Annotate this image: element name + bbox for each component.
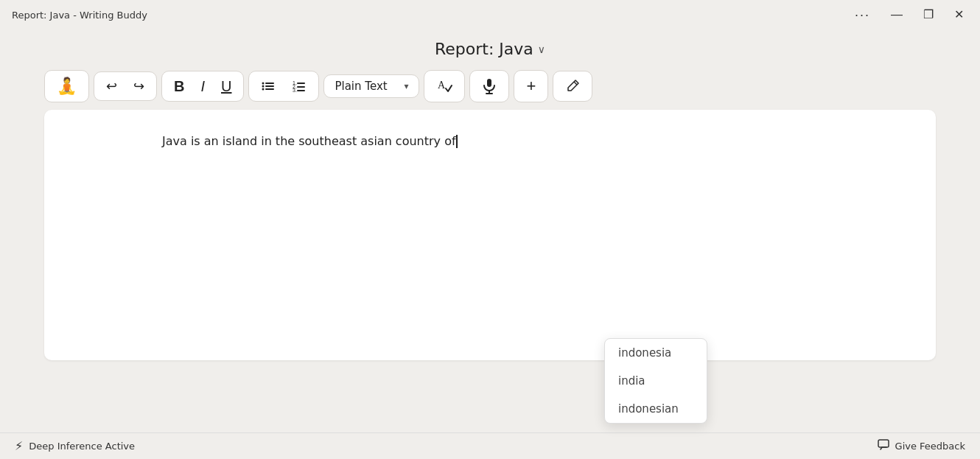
list-group: 1. 2. 3.: [248, 71, 319, 102]
doc-title-chevron-icon: ∨: [538, 43, 545, 55]
lightning-icon: ⚡: [15, 439, 23, 453]
spell-check-button[interactable]: A: [429, 74, 460, 99]
text-format-group: B I U: [161, 71, 244, 102]
pen-button[interactable]: [558, 74, 587, 98]
give-feedback-button[interactable]: Give Feedback: [878, 439, 965, 454]
svg-rect-1: [265, 83, 274, 84]
svg-text:3.: 3.: [293, 88, 297, 93]
svg-line-16: [574, 82, 577, 85]
format-select-label: Plain Text: [335, 80, 387, 93]
text-cursor: [456, 135, 458, 148]
underline-button[interactable]: U: [214, 74, 239, 98]
feedback-icon: [878, 439, 889, 454]
microphone-button[interactable]: [475, 74, 504, 99]
spell-check-group: A: [424, 70, 465, 102]
numbered-list-button[interactable]: 1. 2. 3.: [284, 74, 314, 98]
deep-inference-label: Deep Inference Active: [29, 441, 135, 452]
svg-rect-17: [878, 440, 889, 447]
format-select[interactable]: Plain Text ▾: [323, 74, 419, 98]
maximize-button[interactable]: ❐: [919, 7, 938, 22]
add-button[interactable]: +: [519, 74, 543, 99]
add-group: +: [514, 70, 548, 102]
doc-title-area: Report: Java ∨: [0, 29, 980, 66]
undo-button[interactable]: ↩: [99, 75, 125, 97]
bold-button[interactable]: B: [167, 74, 192, 98]
redo-button[interactable]: ↪: [126, 75, 152, 97]
autocomplete-item-indonesia[interactable]: indonesia: [605, 339, 707, 367]
window-controls: ··· — ❐ ✕: [850, 7, 968, 23]
title-bar: Report: Java - Writing Buddy ··· — ❐ ✕: [0, 0, 980, 29]
format-select-arrow-icon: ▾: [404, 81, 408, 91]
svg-point-0: [262, 83, 265, 85]
autocomplete-item-indonesian[interactable]: indonesian: [605, 395, 707, 423]
mic-group: [469, 70, 509, 102]
italic-button[interactable]: I: [193, 74, 212, 98]
svg-rect-3: [265, 85, 274, 87]
editor-text: Java is an island in the southeast asian…: [162, 132, 818, 151]
give-feedback-label: Give Feedback: [895, 441, 965, 452]
more-options-button[interactable]: ···: [850, 7, 875, 23]
bullet-list-button[interactable]: [253, 74, 283, 98]
svg-rect-9: [297, 86, 305, 88]
minimize-button[interactable]: —: [886, 7, 907, 22]
editor-content: Java is an island in the southeast asian…: [162, 134, 456, 148]
status-bar: ⚡ Deep Inference Active Give Feedback: [0, 432, 980, 459]
editor-container[interactable]: Java is an island in the southeast asian…: [44, 110, 936, 360]
toolbar: 🧘 ↩ ↪ B I U 1. 2.: [0, 66, 980, 110]
doc-title-text: Report: Java: [435, 40, 533, 58]
svg-point-2: [262, 85, 265, 88]
autocomplete-item-india[interactable]: india: [605, 367, 707, 395]
pen-group: [553, 71, 592, 102]
ai-button[interactable]: 🧘: [49, 74, 84, 99]
svg-rect-7: [297, 83, 305, 84]
svg-text:A: A: [438, 80, 446, 91]
autocomplete-dropdown: indonesia india indonesian: [604, 338, 707, 424]
undo-redo-group: ↩ ↪: [94, 71, 157, 101]
status-left: ⚡ Deep Inference Active: [15, 439, 135, 453]
window-title: Report: Java - Writing Buddy: [12, 10, 147, 21]
doc-title-button[interactable]: Report: Java ∨: [435, 40, 545, 58]
close-button[interactable]: ✕: [950, 7, 968, 22]
svg-rect-5: [265, 88, 274, 90]
svg-point-4: [262, 88, 265, 91]
svg-rect-13: [487, 79, 491, 87]
ai-toolbar-group: 🧘: [44, 70, 89, 102]
svg-rect-11: [297, 90, 305, 91]
